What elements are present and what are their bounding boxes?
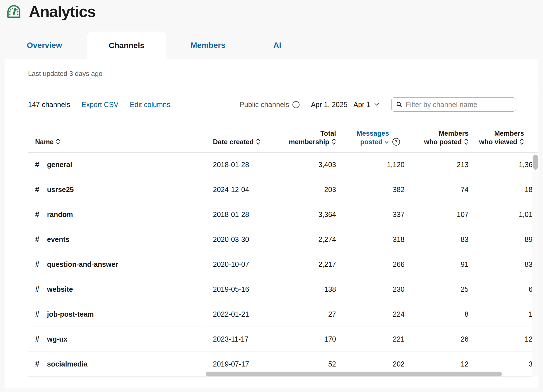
table-row: 2018-01-28 3,403 1,120 213 1,360 [206,152,532,177]
cell-members-who-posted: 213 [408,152,472,177]
channel-link[interactable]: wg-ux [47,335,67,343]
cell-members-who-viewed: 833 [472,252,532,277]
tab-channels[interactable]: Channels [87,32,166,59]
channel-scope-filter[interactable]: Public channels i [240,101,300,109]
table-row-name-cell: # random [28,202,206,227]
cell-date-created: 2018-01-28 [206,152,277,177]
channel-search-box[interactable] [391,97,516,112]
column-header-members-who-posted[interactable]: Members who posted [408,121,472,152]
export-csv-link[interactable]: Export CSV [82,101,119,109]
tab-members[interactable]: Members [169,32,247,59]
cell-total-membership: 203 [277,177,339,202]
last-updated-text: Last updated 3 days ago [28,70,102,78]
cell-date-created: 2020-03-30 [206,227,277,252]
channel-hash-icon: # [35,210,42,219]
channel-hash-icon: # [35,185,42,194]
sort-icon [256,138,260,145]
channel-count: 147 channels [28,101,70,109]
table-row-name-cell: # events [28,227,206,252]
cell-messages-posted: 221 [339,327,408,351]
channel-link[interactable]: usrse25 [47,186,74,194]
vertical-scrollbar-thumb[interactable] [533,155,538,170]
app-header: Analytics [6,2,96,21]
channel-link[interactable]: website [47,285,73,293]
cell-members-who-viewed: 68 [472,277,532,302]
table-row: 2018-01-28 3,364 337 107 1,019 [206,202,532,227]
cell-date-created: 2018-01-28 [206,202,277,227]
column-header-total-membership[interactable]: Total membership [277,121,339,152]
sort-icon [56,138,60,145]
sort-desc-icon [384,140,389,144]
channels-panel: Last updated 3 days ago 147 channels Exp… [5,59,538,388]
edit-columns-link[interactable]: Edit columns [130,101,170,109]
table-row: 2024-12-04 203 382 74 185 [206,177,532,202]
table-row-name-cell: # socialmedia [28,352,206,377]
cell-members-who-viewed: 126 [472,327,532,351]
tab-ai[interactable]: AI [250,32,305,59]
cell-members-who-viewed: 1,360 [472,152,532,177]
search-icon [396,101,402,108]
column-header-messages-posted[interactable]: Messages posted ? [339,121,408,152]
scroll-body: 2018-01-28 3,403 1,120 213 1,360 2024-12… [206,152,532,377]
cell-members-who-viewed: 18 [472,302,532,327]
scrollbar-gutter [532,153,538,377]
column-header-members-who-viewed[interactable]: Members who viewed [472,121,532,152]
table-row-name-cell: # question-and-answer [28,252,206,277]
cell-members-who-posted: 107 [408,202,472,227]
cell-total-membership: 138 [277,277,339,302]
cell-members-who-posted: 83 [408,227,472,252]
channel-link[interactable]: general [47,161,72,169]
table-row: 2020-03-30 2,274 318 83 892 [206,227,532,252]
table-row-name-cell: # website [28,277,206,302]
cell-date-created: 2023-11-17 [206,327,277,351]
column-header-name[interactable]: Name [28,121,60,152]
table-row-name-cell: # general [28,152,206,177]
sort-icon [464,138,469,145]
table-toolbar: 147 channels Export CSV Edit columns Pub… [28,88,516,121]
channel-link[interactable]: question-and-answer [47,260,118,269]
help-icon[interactable]: ? [392,138,400,146]
name-column-body: # general # usrse25 # random # events # … [28,152,206,377]
table-row: 2023-11-17 170 221 26 126 [206,327,532,352]
cell-date-created: 2020-10-07 [206,252,277,277]
channel-hash-icon: # [35,360,42,368]
info-icon[interactable]: i [292,101,300,108]
date-range-filter[interactable]: Apr 1, 2025 - Apr 1 [311,101,379,109]
name-column: Name # general # usrse25 # random # even… [28,121,206,377]
cell-date-created: 2019-05-16 [206,277,277,302]
cell-members-who-posted: 25 [408,277,472,302]
channel-hash-icon: # [35,285,42,294]
tab-bar: Overview Channels Members AI [5,32,305,59]
cell-total-membership: 27 [277,302,339,327]
horizontal-scrollbar-thumb[interactable] [206,372,502,376]
tab-overview[interactable]: Overview [5,32,84,59]
date-range-label: Apr 1, 2025 - Apr 1 [311,101,370,109]
search-input[interactable] [406,101,511,109]
column-header-date-created[interactable]: Date created [206,121,277,152]
table-row-name-cell: # wg-ux [28,327,206,352]
column-divider [206,121,206,377]
channel-link[interactable]: random [47,210,73,219]
channel-link[interactable]: job-post-team [47,310,94,318]
page-title: Analytics [29,2,96,21]
channel-link[interactable]: socialmedia [47,360,87,368]
cell-total-membership: 3,364 [277,202,339,227]
channel-link[interactable]: events [47,235,69,244]
cell-messages-posted: 318 [339,227,408,252]
cell-messages-posted: 382 [339,177,408,202]
channel-hash-icon: # [35,335,42,344]
table-scroll-viewport: Date created Total membership Messages p… [206,121,532,377]
cell-members-who-posted: 26 [408,327,472,351]
cell-messages-posted: 230 [339,277,408,302]
channel-hash-icon: # [35,310,42,319]
cell-messages-posted: 224 [339,302,408,327]
cell-messages-posted: 1,120 [339,152,408,177]
cell-total-membership: 2,217 [277,252,339,277]
cell-date-created: 2024-12-04 [206,177,277,202]
cell-members-who-viewed: 892 [472,227,532,252]
cell-messages-posted: 337 [339,202,408,227]
channel-hash-icon: # [35,160,42,169]
cell-members-who-posted: 91 [408,252,472,277]
cell-members-who-viewed: 1,019 [472,202,532,227]
cell-members-who-posted: 74 [408,177,472,202]
